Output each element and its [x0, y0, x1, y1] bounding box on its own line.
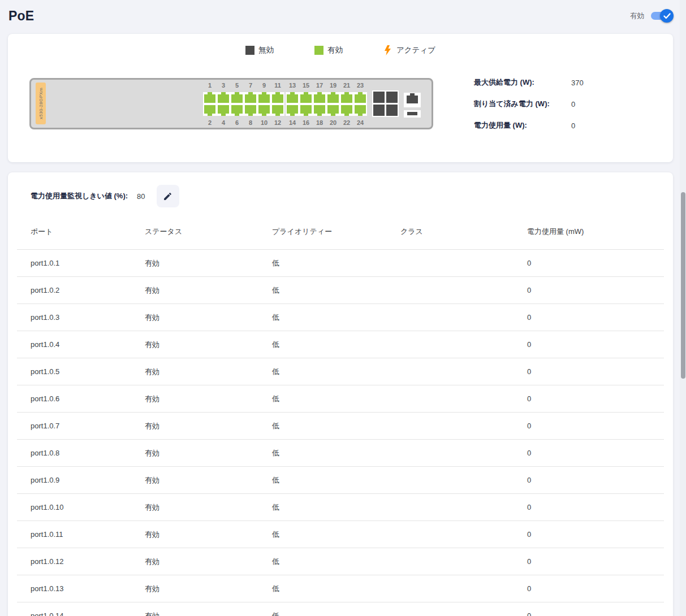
port-number-label: 6 — [230, 119, 244, 127]
page-title: PoE — [8, 8, 34, 24]
port-cell: port1.0.14 — [17, 611, 145, 616]
edit-threshold-button[interactable] — [157, 185, 179, 207]
port-number-label: 9 — [257, 81, 271, 89]
table-row: port1.0.6 有効 低 0 — [17, 385, 664, 413]
table-header-row: ポート ステータス プライオリティー クラス 電力使用量 (mW) — [17, 207, 664, 250]
status-cell: 有効 — [145, 475, 272, 485]
page-scrollbar-thumb[interactable] — [681, 192, 685, 379]
status-cell: 有効 — [145, 502, 272, 513]
port-number-label: 12 — [271, 119, 284, 127]
power-usage-cell: 0 — [527, 367, 664, 376]
power-summary-value: 370 — [571, 79, 584, 87]
usb-port-block — [404, 110, 421, 118]
poe-port-icon-enabled — [231, 94, 243, 103]
table-row: port1.0.2 有効 低 0 — [17, 277, 664, 304]
usage-threshold-label: 電力使用量監視しきい値 (%): — [31, 191, 128, 201]
port-number-label: 10 — [257, 119, 271, 127]
poe-port-icon-enabled — [258, 94, 270, 103]
poe-port-icon-enabled — [327, 94, 339, 103]
poe-port-icon-enabled — [245, 94, 256, 103]
port-cell: port1.0.1 — [17, 259, 145, 267]
table-row: port1.0.7 有効 低 0 — [17, 413, 664, 440]
port-cell: port1.0.11 — [17, 530, 145, 539]
status-cell: 有効 — [145, 394, 272, 404]
priority-cell: 低 — [272, 285, 400, 296]
port-number-label: 11 — [271, 81, 284, 89]
power-summary-label: 割り当て済み電力 (W): — [474, 99, 571, 109]
port-column: 910 — [257, 81, 271, 127]
port-cell: port1.0.2 — [17, 286, 145, 294]
table-row: port1.0.11 有効 低 0 — [17, 521, 664, 548]
port-column: 2324 — [353, 81, 367, 127]
port-column: 1112 — [271, 81, 284, 127]
power-summary-row-usage: 電力使用量 (W): 0 — [474, 121, 584, 130]
port-cell: port1.0.8 — [17, 449, 145, 457]
column-header-priority: プライオリティー — [272, 227, 400, 237]
power-usage-cell: 0 — [527, 557, 664, 566]
port-settings-card: 電力使用量監視しきい値 (%): 80 ポート ステータス プライオリティー ク… — [8, 172, 673, 616]
power-usage-cell: 0 — [527, 286, 664, 294]
port-number-label: 18 — [313, 119, 326, 127]
port-cell: port1.0.13 — [17, 584, 145, 593]
port-group-2: 131415161718192021222324 — [286, 81, 367, 127]
power-summary-value: 0 — [571, 100, 575, 109]
port-column: 1314 — [286, 81, 299, 127]
port-number-label: 15 — [299, 81, 313, 89]
power-summary-label: 電力使用量 (W): — [474, 120, 571, 131]
legend-item-active: アクティブ — [383, 45, 435, 55]
status-cell: 有効 — [145, 448, 272, 458]
power-usage-cell: 0 — [527, 449, 664, 457]
legend-item-enabled: 有効 — [314, 45, 343, 55]
ports-strip: 123456789101112 131415161718192021222324 — [203, 81, 421, 127]
port-cell: port1.0.4 — [17, 340, 145, 349]
column-header-power-usage: 電力使用量 (mW) — [527, 227, 664, 237]
poe-enable-control: 有効 — [630, 8, 674, 23]
port-column: 1718 — [313, 81, 326, 127]
priority-cell: 低 — [272, 530, 400, 540]
port-number-label: 7 — [244, 81, 257, 89]
port-cell: port1.0.3 — [17, 313, 145, 322]
priority-cell: 低 — [272, 340, 400, 350]
power-usage-cell: 0 — [527, 313, 664, 322]
status-cell: 有効 — [145, 313, 272, 323]
power-usage-cell: 0 — [527, 394, 664, 403]
priority-cell: 低 — [272, 394, 400, 404]
power-summary-label: 最大供給電力 (W): — [474, 77, 571, 88]
poe-port-icon-enabled — [355, 105, 366, 114]
power-summary-value: 0 — [571, 122, 575, 130]
poe-enable-toggle[interactable] — [651, 8, 674, 23]
page-scrollbar-track[interactable] — [680, 0, 686, 616]
enabled-swatch-icon — [314, 46, 323, 55]
status-cell: 有効 — [145, 530, 272, 540]
legend-disabled-label: 無効 — [258, 45, 274, 55]
toggle-thumb — [660, 9, 674, 23]
poe-port-icon-enabled — [341, 94, 352, 103]
table-row: port1.0.4 有効 低 0 — [17, 331, 664, 358]
power-summary: 最大供給電力 (W): 370 割り当て済み電力 (W): 0 電力使用量 (W… — [474, 78, 584, 142]
rj45-port-groups: 123456789101112 131415161718192021222324 — [203, 81, 367, 127]
power-usage-cell: 0 — [527, 340, 664, 349]
port-number-label: 4 — [217, 119, 230, 127]
column-header-class: クラス — [400, 227, 527, 237]
poe-port-icon-enabled — [272, 105, 283, 114]
power-usage-cell: 0 — [527, 259, 664, 267]
port-column: 56 — [230, 81, 244, 127]
legend-item-disabled: 無効 — [245, 45, 274, 55]
priority-cell: 低 — [272, 611, 400, 616]
switch-model-badge: x530-28GPXm — [36, 83, 46, 124]
power-usage-cell: 0 — [527, 611, 664, 616]
priority-cell: 低 — [272, 557, 400, 567]
usage-threshold-row: 電力使用量監視しきい値 (%): 80 — [8, 172, 673, 207]
poe-port-icon-enabled — [300, 105, 312, 114]
port-cell: port1.0.6 — [17, 394, 145, 403]
poe-port-icon-enabled — [327, 105, 339, 114]
port-state-legend: 無効 有効 アクティブ — [8, 34, 673, 55]
power-usage-cell: 0 — [527, 422, 664, 430]
poe-port-icon-enabled — [287, 105, 298, 114]
poe-port-icon-enabled — [231, 105, 243, 114]
status-cell: 有効 — [145, 584, 272, 594]
table-row: port1.0.1 有効 低 0 — [17, 250, 664, 277]
lightning-bolt-icon — [383, 45, 392, 55]
status-cell: 有効 — [145, 340, 272, 350]
poe-port-icon-enabled — [245, 105, 256, 114]
